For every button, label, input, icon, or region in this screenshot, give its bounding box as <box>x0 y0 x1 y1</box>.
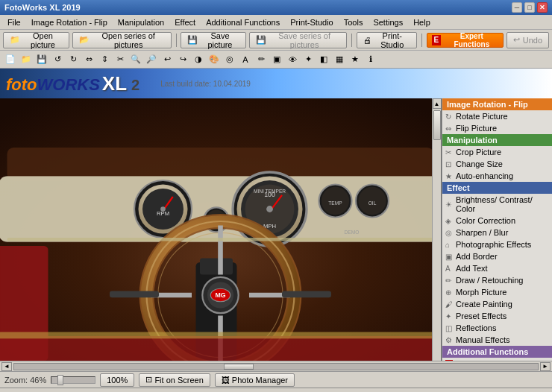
section-header-effect[interactable]: Effect <box>442 182 552 194</box>
scroll-left-button[interactable]: ◄ <box>1 362 12 371</box>
logo-foto: foto <box>6 75 37 95</box>
scroll-thumb-horizontal[interactable] <box>224 364 254 370</box>
zoom-thumb[interactable] <box>57 375 63 385</box>
close-button[interactable]: ✕ <box>537 2 548 13</box>
panel-item-flip-picture[interactable]: ⇔ Flip Picture <box>442 122 552 134</box>
icon-draw[interactable]: ✏ <box>254 52 269 67</box>
icon-sharpen[interactable]: ◎ <box>222 52 237 67</box>
photo-manager-button[interactable]: 🖼 Photo Manager <box>215 373 295 387</box>
border-icon: ▣ <box>445 253 452 261</box>
icon-text[interactable]: A <box>238 52 253 67</box>
menu-image-rotation[interactable]: Image Rotation - Flip <box>27 16 112 28</box>
toolbar-separator-3 <box>421 34 422 47</box>
panel-item-crop[interactable]: ✂ Crop Picture <box>442 146 552 158</box>
icon-redo[interactable]: ↪ <box>175 52 190 67</box>
panel-item-rotate-picture[interactable]: ↻ Rotate Picture <box>442 110 552 122</box>
menu-tools[interactable]: Tools <box>339 16 368 28</box>
icon-save[interactable]: 💾 <box>34 52 49 67</box>
save-picture-button[interactable]: 💾 Save picture <box>181 32 245 48</box>
panel-item-brightness[interactable]: ☀ Brightness/ Contrast/ Color <box>442 194 552 215</box>
toolbar: 📁 Open picture 📂 Open series of pictures… <box>0 30 552 51</box>
scroll-up-button[interactable]: ▲ <box>433 98 442 109</box>
icon-star[interactable]: ★ <box>348 52 363 67</box>
color-correction-icon: ◈ <box>445 217 451 225</box>
icon-undo2[interactable]: ↩ <box>160 52 175 67</box>
icon-open[interactable]: 📁 <box>19 52 34 67</box>
menu-settings[interactable]: Settings <box>368 16 407 28</box>
panel-item-color-correction[interactable]: ◈ Color Correction <box>442 215 552 227</box>
car-image: 100 MPH RPM TEMP OIL <box>0 98 441 361</box>
fit-on-screen-label: Fit on Screen <box>154 376 203 385</box>
open-picture-button[interactable]: 📁 Open picture <box>3 32 69 48</box>
painting-icon: 🖌 <box>445 300 453 309</box>
icon-toolbar: 📄 📁 💾 ↺ ↻ ⇔ ⇕ ✂ 🔍 🔎 ↩ ↪ ◑ 🎨 ◎ A ✏ ▣ 👁 ✦ … <box>0 51 552 69</box>
icon-rotate-left[interactable]: ↺ <box>50 52 65 67</box>
horizontal-scrollbar[interactable]: ◄ ► <box>0 361 552 371</box>
section-header-additional[interactable]: Additional Functions <box>442 346 552 358</box>
icon-border[interactable]: ▣ <box>269 52 284 67</box>
toolbar-separator-1 <box>176 34 177 47</box>
icon-zoom-in[interactable]: 🔍 <box>128 52 143 67</box>
panel-item-morph[interactable]: ⊕ Morph Picture <box>442 286 552 298</box>
panel-item-add-text[interactable]: A Add Text <box>442 262 552 274</box>
image-area[interactable]: 100 MPH RPM TEMP OIL <box>0 98 442 361</box>
scroll-track[interactable] <box>13 363 539 370</box>
icon-new[interactable]: 📄 <box>3 52 18 67</box>
logo-bar: fotoWORKS XL 2 Last build date: 10.04.20… <box>0 69 552 98</box>
svg-text:OIL: OIL <box>368 200 377 206</box>
svg-text:MINI TEMPER: MINI TEMPER <box>254 189 286 194</box>
rotate-icon: ↻ <box>445 113 451 121</box>
expert-functions-button[interactable]: E Expert Functions <box>427 33 504 48</box>
menu-help[interactable]: Help <box>409 16 435 28</box>
menu-manipulation[interactable]: Manipulation <box>113 16 169 28</box>
vertical-scrollbar[interactable]: ▲ <box>432 98 441 361</box>
save-series-button[interactable]: 💾 Save series of pictures <box>249 32 347 48</box>
section-header-manipulation[interactable]: Manipulation <box>442 134 552 146</box>
fit-on-screen-button[interactable]: ⊡ Fit on Screen <box>139 373 210 387</box>
zoom-slider[interactable] <box>51 376 95 384</box>
panel-item-expert-functions[interactable]: E Expert Functions <box>442 358 552 361</box>
icon-zoom-out[interactable]: 🔎 <box>144 52 159 67</box>
section-header-rotation[interactable]: Image Rotation - Flip <box>442 98 552 110</box>
menu-file[interactable]: File <box>3 16 25 28</box>
menu-effect[interactable]: Effect <box>170 16 200 28</box>
undo-button[interactable]: ↩ Undo <box>506 32 549 48</box>
svg-text:MG: MG <box>215 291 225 299</box>
panel-item-preset-effects[interactable]: ✦ Preset Effects <box>442 310 552 322</box>
main-area: 100 MPH RPM TEMP OIL <box>0 98 552 361</box>
zoom-100-button[interactable]: 100% <box>100 373 134 387</box>
panel-item-auto-enhancing[interactable]: ★ Auto-enhancing <box>442 170 552 182</box>
panel-item-create-painting[interactable]: 🖌 Create Painting <box>442 298 552 310</box>
icon-collage[interactable]: ▦ <box>332 52 347 67</box>
morph-icon: ⊕ <box>445 288 451 297</box>
icon-crop[interactable]: ✂ <box>113 52 128 67</box>
minimize-button[interactable]: ─ <box>512 2 522 13</box>
menu-additional-functions[interactable]: Additional Functions <box>201 16 284 28</box>
panel-item-change-size[interactable]: ⊡ Change Size <box>442 158 552 170</box>
panel-item-add-border[interactable]: ▣ Add Border <box>442 250 552 262</box>
icon-info[interactable]: ℹ <box>363 52 378 67</box>
panel-item-draw-retouching[interactable]: ✏ Draw / Retouching <box>442 274 552 286</box>
reflections-icon: ◫ <box>445 324 452 332</box>
open-series-button[interactable]: 📂 Open series of pictures <box>72 32 172 48</box>
panel-item-sharpen-blur[interactable]: ◎ Sharpen / Blur <box>442 227 552 238</box>
icon-color[interactable]: 🎨 <box>207 52 222 67</box>
scroll-thumb[interactable] <box>433 110 441 140</box>
print-studio-button[interactable]: 🖨 Print-Studio <box>357 32 417 48</box>
icon-mask[interactable]: ◧ <box>316 52 331 67</box>
icon-flip-v[interactable]: ⇕ <box>97 52 112 67</box>
panel-item-photo-effects[interactable]: ⌂ Photographic Effects <box>442 238 552 250</box>
maximize-button[interactable]: □ <box>524 2 535 13</box>
menu-print-studio[interactable]: Print-Studio <box>286 16 337 28</box>
scroll-right-button[interactable]: ► <box>540 362 551 371</box>
app-logo: fotoWORKS XL 2 <box>6 72 139 95</box>
icon-effects[interactable]: ✦ <box>301 52 316 67</box>
icon-contrast[interactable]: ◑ <box>191 52 206 67</box>
icon-rotate-right[interactable]: ↻ <box>66 52 81 67</box>
zoom-label: Zoom: 46% <box>4 376 46 385</box>
panel-item-manual-effects[interactable]: ⚙ Manual Effects <box>442 334 552 346</box>
icon-flip-h[interactable]: ⇔ <box>81 52 96 67</box>
panel-item-reflections[interactable]: ◫ Reflections <box>442 322 552 334</box>
icon-red-eye[interactable]: 👁 <box>285 52 300 67</box>
photo-manager-icon: 🖼 <box>222 376 230 385</box>
